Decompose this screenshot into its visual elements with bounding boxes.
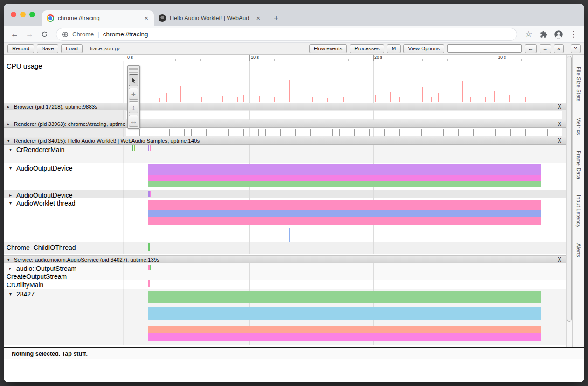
trace-event-tick[interactable] [148,145,149,151]
trace-event-tick[interactable] [525,129,526,136]
trace-event-tick[interactable] [518,129,518,136]
thread-track[interactable] [4,128,566,137]
trace-event-bar[interactable] [148,307,541,320]
trace-event-tick[interactable] [199,129,199,136]
thread-track[interactable] [4,110,566,120]
trace-event-bar[interactable] [148,200,541,210]
trace-event-tick[interactable] [332,129,333,136]
find-input[interactable] [447,44,522,53]
trace-event-tick[interactable] [377,129,377,136]
expand-arrow-icon[interactable]: ▸ [7,122,12,126]
trace-event-bar[interactable] [148,210,541,217]
side-tab-input-latency[interactable]: Input Latency [576,195,581,227]
process-header[interactable]: ▸Browser (pid 17218), uptime:9883sX [4,103,566,110]
collapse-arrow-icon[interactable]: ▾ [9,146,14,153]
zoom-tool-button[interactable]: ↕ [129,101,138,113]
trace-event-tick[interactable] [310,129,311,136]
thread-track[interactable]: ▸audio::OutputStreamCreateOutputStream [4,263,566,280]
collapse-arrow-icon[interactable]: ▾ [9,165,14,172]
trace-event-tick[interactable] [177,129,177,136]
help-button[interactable]: ? [571,44,581,53]
process-header[interactable]: ▾Renderer (pid 34015): Hello Audio Workl… [4,137,566,145]
minimize-window-button[interactable] [20,12,26,17]
trace-event-tick[interactable] [303,129,303,136]
tab-close-icon[interactable]: × [144,14,149,22]
zoom-window-button[interactable] [29,12,35,17]
trace-event-tick[interactable] [392,129,392,136]
find-previous-button[interactable]: ← [525,44,537,53]
tab-webaudio-sample[interactable]: Hello Audio Worklet! | WebAud × [154,10,266,26]
trace-event-tick[interactable] [547,129,548,136]
trace-event-tick[interactable] [555,129,555,136]
trace-event-tick[interactable] [399,129,400,136]
trace-event-tick[interactable] [228,129,229,136]
trace-event-tick[interactable] [354,129,355,136]
trace-event-tick[interactable] [436,129,436,136]
scrollbar-thumb[interactable] [567,56,572,322]
tab-tracing[interactable]: chrome://tracing × [42,10,154,26]
trace-event-tick[interactable] [150,191,151,197]
trace-event-bar[interactable] [148,164,541,175]
metrics-button[interactable]: M [387,44,401,53]
process-header[interactable]: ▾Service: audio.mojom.AudioService (pid … [4,255,566,263]
thread-track[interactable]: CrUtilityMain [4,280,566,289]
address-bar[interactable]: Chrome | chrome://tracing [56,28,517,41]
trace-event-tick[interactable] [443,129,444,136]
trace-event-tick[interactable] [362,129,362,136]
pan-tool-button[interactable]: + [129,88,138,100]
close-track-button[interactable]: X [557,138,562,144]
back-button[interactable]: ← [8,28,21,41]
timing-tool-button[interactable]: ↔ [129,115,138,127]
trace-event-tick[interactable] [148,280,150,287]
collapse-arrow-icon[interactable]: ▾ [7,138,12,143]
trace-event-tick[interactable] [150,265,151,270]
trace-event-tick[interactable] [280,129,281,136]
extensions-button[interactable] [537,28,550,41]
trace-event-tick[interactable] [429,129,429,136]
trace-event-bar[interactable] [148,181,541,187]
trace-event-tick[interactable] [153,129,153,136]
timeline-pane[interactable]: 0 s10 s20 s30 s CPU usage▸Browser (pid 1… [4,55,566,347]
trace-event-tick[interactable] [221,129,221,136]
close-window-button[interactable] [11,12,16,17]
trace-event-tick[interactable] [458,129,459,136]
trace-event-tick[interactable] [265,129,266,136]
trace-event-tick[interactable] [495,129,496,136]
close-track-button[interactable]: X [557,256,562,263]
browser-menu-button[interactable]: ⋮ [567,28,580,41]
trace-event-tick[interactable] [148,243,150,251]
trace-event-tick[interactable] [481,129,481,136]
expand-arrow-icon[interactable]: ▸ [7,104,12,109]
collapse-arrow-icon[interactable]: ▾ [7,257,12,262]
palette-drag-handle[interactable] [129,67,138,73]
trace-event-tick[interactable] [369,129,370,136]
forward-button[interactable]: → [23,28,36,41]
thread-track[interactable]: Chrome_ChildIOThread [4,242,566,254]
trace-event-tick[interactable] [407,129,407,136]
trace-event-tick[interactable] [295,129,296,136]
trace-event-tick[interactable] [169,129,170,136]
trace-event-tick[interactable] [540,129,540,136]
trace-event-tick[interactable] [347,129,347,136]
trace-event-tick[interactable] [488,129,488,136]
trace-event-tick[interactable] [147,129,147,136]
collapse-arrow-icon[interactable]: ▾ [9,290,14,298]
side-tab-frame-data[interactable]: Frame Data [576,151,581,179]
trace-event-tick[interactable] [325,129,325,136]
trace-event-tick[interactable] [132,129,132,136]
trace-event-tick[interactable] [214,129,214,136]
trace-event-tick[interactable] [273,129,273,136]
trace-event-tick[interactable] [191,129,192,136]
thread-track[interactable]: ▾CrRendererMain [4,145,566,163]
trace-event-tick[interactable] [206,129,207,136]
load-button[interactable]: Load [61,44,83,53]
select-tool-button[interactable] [129,74,138,86]
trace-event-bar[interactable] [148,217,541,225]
profile-avatar-button[interactable] [552,28,565,41]
record-button[interactable]: Record [7,44,34,53]
process-header[interactable]: ▸Renderer (pid 33963): chrome://tracing,… [4,120,566,128]
trace-event-tick[interactable] [258,129,259,136]
trace-event-tick[interactable] [139,129,140,136]
collapse-arrow-icon[interactable]: ▾ [9,200,14,207]
trace-event-tick[interactable] [184,129,185,136]
